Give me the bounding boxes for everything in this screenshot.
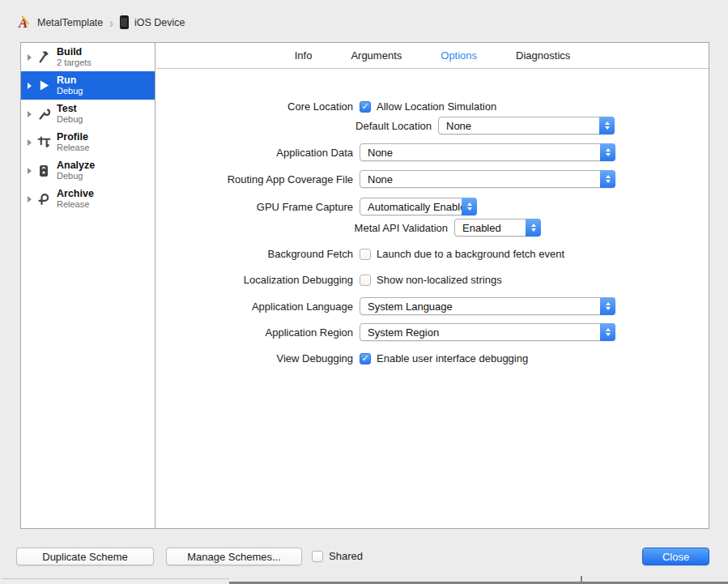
sidebar-item-title: Build bbox=[57, 46, 92, 58]
application-region-value: System Region bbox=[368, 326, 439, 339]
form-row-core-location: Core LocationAllow Location Simulation bbox=[156, 100, 496, 113]
form-row-routing-app-coverage-file: Routing App Coverage FileNone bbox=[156, 170, 615, 188]
sidebar-item-subtitle: 2 targets bbox=[57, 58, 92, 68]
caliper-icon bbox=[36, 135, 52, 150]
sidebar-item-title: Archive bbox=[57, 188, 94, 199]
sheet-bottom-edge bbox=[2, 578, 229, 579]
wrench-icon bbox=[36, 107, 52, 121]
sidebar-item-run[interactable]: RunDebug bbox=[21, 71, 155, 100]
localization-debugging-checkbox[interactable] bbox=[360, 275, 371, 286]
default-location-label: Default Location bbox=[156, 120, 438, 132]
gpu-frame-capture-value: Automatically Enabled bbox=[368, 201, 472, 213]
disclosure-triangle-icon[interactable] bbox=[28, 168, 32, 174]
application-region-label: Application Region bbox=[156, 326, 360, 339]
popup-stepper-icon[interactable] bbox=[600, 143, 615, 161]
form-row-background-fetch: Background FetchLaunch due to a backgrou… bbox=[156, 248, 564, 260]
window-edge-tick bbox=[581, 576, 582, 584]
sidebar-item-title: Analyze bbox=[57, 160, 95, 171]
form-row-application-region: Application RegionSystem Region bbox=[156, 323, 615, 341]
application-data-popup[interactable]: None bbox=[360, 143, 615, 161]
routing-app-coverage-file-value: None bbox=[368, 173, 393, 185]
footer-bar: Duplicate Scheme Manage Schemes... Share… bbox=[0, 529, 728, 584]
tab-bar: InfoArgumentsOptionsDiagnostics bbox=[156, 43, 709, 69]
application-data-label: Application Data bbox=[156, 147, 360, 159]
metal-api-validation-popup[interactable]: Enabled bbox=[454, 219, 541, 237]
gpu-frame-capture-label: GPU Frame Capture bbox=[156, 201, 360, 213]
sidebar-item-profile[interactable]: ProfileRelease bbox=[21, 128, 155, 156]
window-bottom-edge bbox=[229, 582, 728, 584]
form-row-application-data: Application DataNone bbox=[156, 143, 615, 161]
application-region-popup[interactable]: System Region bbox=[360, 323, 615, 341]
sidebar-item-subtitle: Release bbox=[57, 143, 89, 153]
core-location-checkbox[interactable] bbox=[360, 101, 371, 113]
tab-diagnostics[interactable]: Diagnostics bbox=[516, 49, 570, 62]
sidebar-item-analyze[interactable]: AnalyzeDebug bbox=[21, 156, 155, 185]
sidebar-item-subtitle: Debug bbox=[57, 114, 83, 125]
default-location-popup[interactable]: None bbox=[438, 117, 615, 134]
shared-checkbox[interactable] bbox=[312, 551, 323, 562]
core-location-label: Core Location bbox=[156, 100, 360, 113]
popup-stepper-icon[interactable] bbox=[600, 170, 615, 188]
sidebar-item-build[interactable]: Build2 targets bbox=[21, 43, 155, 71]
form-row-default-location: Default LocationNone bbox=[156, 117, 615, 134]
manage-schemes-button[interactable]: Manage Schemes... bbox=[166, 548, 302, 565]
sidebar-item-subtitle: Debug bbox=[57, 86, 83, 96]
tab-info[interactable]: Info bbox=[295, 49, 313, 62]
sidebar-item-title: Profile bbox=[57, 131, 89, 143]
scheme-actions-sidebar: Build2 targetsRunDebugTestDebugProfileRe… bbox=[21, 43, 155, 528]
sidebar-item-subtitle: Debug bbox=[57, 171, 95, 181]
breadcrumb: A MetalTemplate › iOS Device bbox=[16, 15, 185, 30]
form-row-localization-debugging: Localization DebuggingShow non-localized… bbox=[156, 274, 502, 286]
sidebar-item-title: Run bbox=[57, 75, 83, 86]
popup-stepper-icon[interactable] bbox=[526, 219, 541, 237]
iphone-device-icon bbox=[120, 15, 129, 29]
localization-debugging-checkbox-label: Show non-localized strings bbox=[377, 274, 502, 286]
core-location-checkbox-label: Allow Location Simulation bbox=[377, 100, 496, 113]
form-row-application-language: Application LanguageSystem Language bbox=[156, 297, 615, 315]
breadcrumb-destination[interactable]: iOS Device bbox=[134, 17, 185, 28]
sidebar-item-subtitle: Release bbox=[57, 199, 94, 210]
tab-arguments[interactable]: Arguments bbox=[351, 49, 402, 62]
sidebar-item-archive[interactable]: ArchiveRelease bbox=[21, 185, 155, 213]
disclosure-triangle-icon[interactable] bbox=[28, 196, 32, 202]
disclosure-triangle-icon[interactable] bbox=[28, 111, 32, 117]
view-debugging-checkbox-label: Enable user interface debugging bbox=[377, 352, 528, 364]
form-row-metal-api-validation: Metal API ValidationEnabled bbox=[156, 219, 541, 237]
popup-stepper-icon[interactable] bbox=[462, 198, 477, 215]
disclosure-triangle-icon[interactable] bbox=[28, 54, 32, 61]
application-language-value: System Language bbox=[368, 301, 453, 313]
routing-app-coverage-file-label: Routing App Coverage File bbox=[156, 173, 360, 185]
metal-api-validation-value: Enabled bbox=[462, 222, 501, 234]
popup-stepper-icon[interactable] bbox=[599, 117, 615, 134]
background-fetch-checkbox-label: Launch due to a background fetch event bbox=[377, 248, 564, 260]
popup-stepper-icon[interactable] bbox=[600, 323, 615, 341]
routing-app-coverage-file-popup[interactable]: None bbox=[360, 170, 615, 188]
breadcrumb-project[interactable]: MetalTemplate bbox=[37, 17, 103, 28]
application-data-value: None bbox=[368, 147, 393, 159]
disclosure-triangle-icon[interactable] bbox=[28, 83, 32, 89]
application-language-popup[interactable]: System Language bbox=[360, 297, 615, 315]
application-language-label: Application Language bbox=[156, 301, 360, 313]
disclosure-triangle-icon[interactable] bbox=[28, 139, 32, 146]
close-button[interactable]: Close bbox=[642, 548, 709, 565]
popup-stepper-icon[interactable] bbox=[600, 297, 615, 315]
background-fetch-checkbox[interactable] bbox=[360, 249, 371, 260]
title-bar: A MetalTemplate › iOS Device bbox=[0, 0, 728, 42]
form-row-view-debugging: View DebuggingEnable user interface debu… bbox=[156, 352, 528, 364]
options-pane: InfoArgumentsOptionsDiagnostics Core Loc… bbox=[156, 43, 709, 528]
breadcrumb-separator: › bbox=[109, 15, 113, 30]
localization-debugging-label: Localization Debugging bbox=[156, 274, 360, 286]
duplicate-scheme-button[interactable]: Duplicate Scheme bbox=[16, 548, 154, 565]
shared-checkbox-group: Shared bbox=[312, 550, 363, 562]
analyze-icon bbox=[36, 164, 52, 178]
sidebar-item-test[interactable]: TestDebug bbox=[21, 100, 155, 128]
metal-api-validation-label: Metal API Validation bbox=[156, 222, 454, 234]
scheme-editor-panel: Build2 targetsRunDebugTestDebugProfileRe… bbox=[20, 42, 709, 529]
view-debugging-checkbox[interactable] bbox=[360, 353, 371, 364]
play-icon bbox=[36, 79, 52, 93]
form-row-gpu-frame-capture: GPU Frame CaptureAutomatically Enabled bbox=[156, 198, 477, 215]
tab-options[interactable]: Options bbox=[441, 49, 477, 62]
archive-icon bbox=[36, 192, 52, 207]
shared-label: Shared bbox=[329, 550, 363, 562]
gpu-frame-capture-popup[interactable]: Automatically Enabled bbox=[360, 198, 477, 215]
